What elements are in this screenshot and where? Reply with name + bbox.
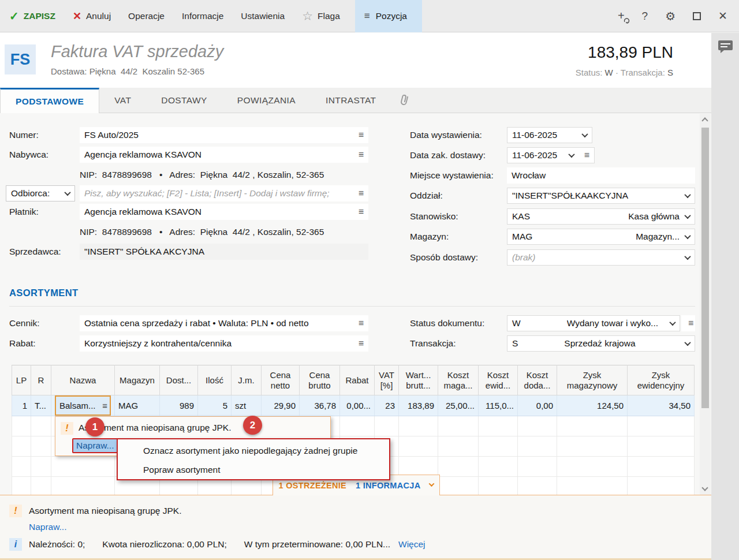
more-link[interactable]: Więcej bbox=[398, 539, 426, 550]
close-icon[interactable]: ✕ bbox=[718, 9, 727, 23]
info-przeterminowane: W tym przeterminowane: 0,00 PLN... bbox=[244, 539, 390, 550]
attachments-tab[interactable] bbox=[391, 88, 418, 113]
status-dokumentu-dropdown[interactable]: W Wydany towar i wyko... bbox=[507, 315, 680, 331]
odbiorca-label: Odbiorca: bbox=[11, 188, 50, 199]
platnik-field[interactable]: Agencja reklamowa KSAVON ≡ bbox=[80, 204, 368, 220]
scroll-up-icon[interactable] bbox=[701, 117, 708, 124]
gear-icon[interactable]: ⚙ bbox=[665, 9, 675, 23]
chevron-down-icon[interactable] bbox=[669, 319, 675, 326]
total-amount: 183,89 PLN bbox=[588, 43, 673, 62]
chevron-down-icon[interactable] bbox=[684, 212, 691, 219]
field-menu-icon[interactable]: ≡ bbox=[580, 150, 589, 160]
tab-intrastat[interactable]: INTRASTAT bbox=[311, 88, 391, 113]
vertical-scrollbar[interactable] bbox=[700, 114, 711, 495]
comment-icon[interactable] bbox=[718, 40, 733, 54]
data-wystawienia-field[interactable]: 11-06-2025 bbox=[507, 127, 592, 143]
col-header[interactable]: Dost... bbox=[160, 365, 198, 395]
chevron-down-icon[interactable] bbox=[581, 131, 588, 137]
col-header[interactable]: Koszt doda... bbox=[518, 365, 557, 395]
empty-cell bbox=[51, 477, 115, 496]
tab-vat[interactable]: VAT bbox=[99, 88, 146, 113]
maximize-icon[interactable] bbox=[693, 12, 701, 20]
help-icon[interactable]: ? bbox=[642, 10, 648, 23]
tab-dostawy[interactable]: DOSTAWY bbox=[146, 88, 222, 113]
chevron-down-icon[interactable] bbox=[684, 339, 691, 346]
popup-fix-link[interactable]: Napraw... bbox=[72, 438, 118, 453]
col-header[interactable]: Zysk ewidencyjny bbox=[628, 365, 695, 395]
col-header[interactable]: Zysk magazynowy bbox=[557, 365, 628, 395]
tab-podstawowe[interactable]: PODSTAWOWE bbox=[0, 88, 99, 113]
field-menu-icon[interactable]: ≡ bbox=[354, 188, 364, 199]
col-header[interactable]: Koszt ewid... bbox=[479, 365, 518, 395]
panel-fix-link[interactable]: Napraw... bbox=[29, 522, 66, 532]
transaction-label: Transakcja: bbox=[621, 68, 665, 77]
cell-rabat: 0,00... bbox=[340, 395, 375, 416]
field-menu-icon[interactable]: ≡ bbox=[354, 338, 364, 349]
scrollbar-thumb[interactable] bbox=[701, 128, 709, 408]
add-new-icon[interactable]: + bbox=[618, 9, 625, 23]
data-wystawienia-label: Data wystawienia: bbox=[410, 127, 482, 143]
chevron-down-icon[interactable] bbox=[684, 192, 691, 198]
warning-icon: ! bbox=[9, 505, 22, 517]
chevron-down-icon[interactable] bbox=[684, 253, 691, 260]
col-header[interactable]: Koszt maga... bbox=[438, 365, 479, 395]
col-header[interactable]: LP bbox=[12, 365, 31, 395]
field-menu-icon[interactable]: ≡ bbox=[354, 207, 364, 217]
sposob-dostawy-placeholder: (brak) bbox=[512, 252, 535, 263]
col-header[interactable]: Nazwa bbox=[51, 365, 115, 395]
tab-powiazania[interactable]: POWIĄZANIA bbox=[222, 88, 311, 113]
nabywca-details: NIP: 8478899698 • Adres: Piękna 44/2 , K… bbox=[80, 170, 324, 180]
pozycja-menu[interactable]: ≡ Pozycja bbox=[355, 0, 422, 32]
magazyn-dropdown[interactable]: MAG Magazyn... bbox=[507, 229, 695, 245]
stanowisko-code: KAS bbox=[512, 211, 530, 222]
sprzedawca-value: "INSERT" SPÓŁKA AKCYJNA bbox=[84, 247, 204, 257]
menu-informacje[interactable]: Informacje bbox=[182, 11, 223, 21]
chevron-down-icon[interactable] bbox=[568, 151, 574, 158]
col-header[interactable]: Cena brutto bbox=[300, 365, 340, 395]
chevron-down-icon[interactable] bbox=[684, 233, 691, 239]
col-header[interactable]: R bbox=[31, 365, 51, 395]
section-divider bbox=[9, 306, 695, 307]
numer-field[interactable]: FS Auto/2025 ≡ bbox=[80, 127, 368, 143]
save-button[interactable]: ✓ ZAPISZ bbox=[9, 9, 55, 23]
sposob-dostawy-dropdown[interactable]: (brak) bbox=[507, 249, 695, 266]
scroll-down-icon[interactable] bbox=[701, 484, 708, 491]
col-header[interactable]: VAT [%] bbox=[375, 365, 399, 395]
menu-ustawienia[interactable]: Ustawienia bbox=[241, 11, 285, 21]
cennik-label: Cennik: bbox=[9, 315, 40, 331]
col-header[interactable]: J.m. bbox=[232, 365, 262, 395]
cell-nazwa[interactable]: Balsam... ≡ bbox=[51, 395, 115, 416]
field-menu-icon[interactable]: ≡ bbox=[354, 130, 364, 140]
cell-menu-icon[interactable]: ≡ bbox=[102, 401, 107, 410]
transakcja-dropdown[interactable]: S Sprzedaż krajowa bbox=[507, 335, 695, 352]
empty-cell bbox=[31, 416, 51, 436]
menu-item-popraw[interactable]: Popraw asortyment bbox=[118, 460, 389, 479]
chevron-down-icon bbox=[64, 189, 70, 196]
flag-button[interactable]: ☆ Flaga bbox=[302, 9, 340, 23]
cennik-field[interactable]: Ostatnia cena sprzedaży i rabat • Waluta… bbox=[80, 315, 368, 331]
empty-cell bbox=[518, 457, 557, 477]
chevron-down-icon[interactable] bbox=[429, 481, 435, 487]
odbiorca-field[interactable]: Pisz, aby wyszukać; [F2] - Lista; [Inser… bbox=[80, 185, 368, 201]
rabat-field[interactable]: Korzystniejszy z kontrahenta/cennika ≡ bbox=[80, 335, 368, 352]
odbiorca-type-dropdown[interactable]: Odbiorca: bbox=[6, 185, 75, 201]
data-zak-dostawy-field[interactable]: 11-06-2025 ≡ bbox=[507, 147, 595, 163]
cancel-button[interactable]: ✕ Anuluj bbox=[73, 10, 111, 23]
col-header[interactable]: Rabat bbox=[340, 365, 375, 395]
miejsce-wystawienia-field[interactable]: Wrocław bbox=[507, 167, 695, 184]
status-dokumentu-menu[interactable]: ≡ bbox=[681, 315, 695, 331]
table-row[interactable]: 1 T... Balsam... ≡ MAG 989 5 szt 29,90 3… bbox=[12, 395, 695, 416]
col-header[interactable]: Ilość bbox=[198, 365, 232, 395]
col-header[interactable]: Cena netto bbox=[262, 365, 300, 395]
oddzial-dropdown[interactable]: "INSERT"SPÓŁKAAKCYJNA bbox=[507, 188, 695, 204]
col-header[interactable]: Wart... brutt... bbox=[399, 365, 438, 395]
cennik-value: Ostatnia cena sprzedaży i rabat • Waluta… bbox=[84, 318, 309, 328]
field-menu-icon[interactable]: ≡ bbox=[354, 318, 364, 328]
stanowisko-dropdown[interactable]: KAS Kasa główna bbox=[507, 208, 695, 225]
col-header[interactable]: Magazyn bbox=[115, 365, 160, 395]
field-menu-icon[interactable]: ≡ bbox=[354, 150, 364, 160]
data-zak-dostawy-label: Data zak. dostawy: bbox=[410, 147, 486, 163]
menu-operacje[interactable]: Operacje bbox=[128, 11, 165, 21]
menu-item-oznacz[interactable]: Oznacz asortyment jako niepodlegający ża… bbox=[118, 441, 389, 460]
nabywca-field[interactable]: Agencja reklamowa KSAVON ≡ bbox=[80, 147, 368, 163]
